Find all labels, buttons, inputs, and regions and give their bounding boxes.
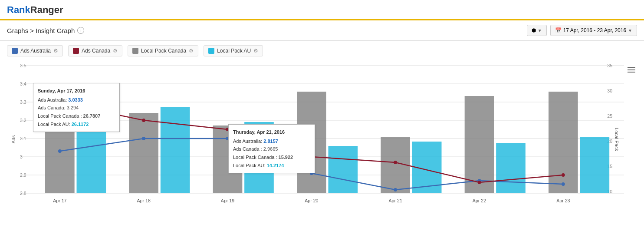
bar-local-pack-au-apr19 — [244, 122, 274, 193]
svg-text:Apr 20: Apr 20 — [305, 198, 318, 203]
legend-label-ads-australia: Ads Australia — [20, 48, 51, 54]
svg-text:25: 25 — [607, 113, 612, 119]
bar-local-pack-au-apr20 — [329, 146, 358, 193]
legend-item-ads-canada[interactable]: Ads Canada ⚙ — [68, 45, 122, 56]
chart-svg: 3.5 3.4 3.3 3.2 3.1 3 2.9 2.8 35 30 25 2… — [20, 61, 624, 209]
logo-ranger: Ranger — [30, 4, 63, 15]
page-title: Graphs > Insight Graph i — [7, 27, 84, 34]
legend-color-ads-canada — [73, 48, 79, 54]
svg-text:Apr 21: Apr 21 — [389, 198, 402, 203]
bar-local-pack-au-apr23 — [580, 137, 610, 193]
dot-ads-canada-apr21 — [394, 161, 397, 164]
legend-gear-local-pack-au[interactable]: ⚙ — [253, 48, 258, 54]
dot-ads-australia-apr19 — [226, 137, 230, 140]
dot-ads-canada-apr23 — [562, 173, 565, 177]
svg-text:3.1: 3.1 — [20, 136, 26, 141]
svg-text:2.9: 2.9 — [20, 172, 26, 178]
dot-ads-australia-apr23 — [562, 182, 565, 186]
bar-local-pack-canada-apr17 — [45, 95, 75, 193]
legend-item-local-pack-au[interactable]: Local Pack AU ⚙ — [204, 45, 263, 56]
cube-icon: ⬢ — [532, 27, 536, 33]
svg-text:3.5: 3.5 — [20, 63, 26, 68]
svg-text:Apr 23: Apr 23 — [556, 198, 570, 203]
dot-ads-australia-apr17 — [58, 149, 62, 153]
toolbar-right: ⬢ ▼ 📅 17 Apr, 2016 - 23 Apr, 2016 ▼ — [527, 25, 637, 36]
svg-text:Apr 18: Apr 18 — [137, 198, 151, 203]
chart-menu-icon[interactable] — [626, 66, 637, 74]
legend-gear-ads-australia[interactable]: ⚙ — [53, 48, 58, 54]
dot-ads-canada-apr20 — [310, 155, 313, 158]
legend-item-local-pack-canada[interactable]: Local Pack Canada ⚙ — [128, 45, 198, 56]
calendar-icon: 📅 — [555, 27, 562, 33]
legend-color-ads-australia — [12, 48, 18, 54]
dot-ads-canada-apr19 — [226, 128, 230, 131]
toolbar: Graphs > Insight Graph i ⬢ ▼ 📅 17 Apr, 2… — [0, 20, 644, 41]
legend-label-local-pack-canada: Local Pack Canada — [141, 48, 186, 54]
logo: RankRanger — [7, 4, 637, 16]
svg-text:3.2: 3.2 — [20, 118, 26, 123]
page-title-text: Graphs > Insight Graph — [7, 27, 75, 34]
bar-local-pack-canada-apr19 — [213, 125, 243, 193]
chart-container: Ads Local Pack 3.5 3.4 3.3 3.2 3.1 3 2.9… — [0, 61, 644, 218]
date-range-button[interactable]: 📅 17 Apr, 2016 - 23 Apr, 2016 ▼ — [550, 25, 637, 36]
y-axis-right-label: Local Pack — [614, 128, 619, 151]
svg-text:3.3: 3.3 — [20, 99, 26, 105]
svg-text:30: 30 — [607, 88, 612, 93]
svg-text:Apr 19: Apr 19 — [221, 198, 234, 203]
logo-rank: Rank — [7, 4, 30, 15]
svg-text:2.8: 2.8 — [20, 191, 26, 196]
legend-color-local-pack-au — [208, 48, 214, 54]
svg-text:Apr 22: Apr 22 — [473, 198, 486, 203]
date-caret: ▼ — [628, 28, 632, 33]
legend-item-ads-australia[interactable]: Ads Australia ⚙ — [7, 45, 63, 56]
info-icon[interactable]: i — [77, 27, 84, 34]
legend-label-local-pack-au: Local Pack AU — [217, 48, 251, 54]
bar-local-pack-canada-apr22 — [465, 96, 494, 193]
cube-caret: ▼ — [538, 28, 542, 33]
header: RankRanger — [0, 0, 644, 20]
legend-gear-ads-canada[interactable]: ⚙ — [113, 48, 118, 54]
legend-gear-local-pack-canada[interactable]: ⚙ — [189, 48, 194, 54]
bar-local-pack-au-apr22 — [496, 143, 526, 193]
legend-label-ads-canada: Ads Canada — [82, 48, 110, 54]
dot-ads-canada-apr18 — [142, 119, 145, 122]
svg-text:35: 35 — [607, 63, 612, 68]
svg-text:Apr 17: Apr 17 — [53, 198, 66, 203]
legend-color-local-pack-canada — [132, 48, 138, 54]
svg-text:3: 3 — [20, 154, 23, 159]
dot-ads-canada-apr22 — [478, 181, 481, 184]
cube-button[interactable]: ⬢ ▼ — [527, 25, 547, 36]
dot-ads-australia-apr21 — [394, 188, 397, 191]
dot-ads-australia-apr20 — [310, 172, 313, 175]
legend-bar: Ads Australia ⚙ Ads Canada ⚙ Local Pack … — [0, 41, 644, 61]
date-range-text: 17 Apr, 2016 - 23 Apr, 2016 — [563, 27, 626, 33]
dot-ads-canada-apr17 — [58, 101, 62, 105]
bar-local-pack-au-apr18 — [161, 107, 190, 193]
svg-text:3.4: 3.4 — [20, 81, 26, 86]
dot-ads-australia-apr18 — [142, 137, 145, 140]
y-axis-left-label: Ads — [11, 135, 16, 144]
bar-local-pack-canada-apr23 — [549, 92, 578, 193]
bar-local-pack-canada-apr18 — [129, 113, 158, 193]
bar-local-pack-canada-apr20 — [297, 92, 326, 193]
